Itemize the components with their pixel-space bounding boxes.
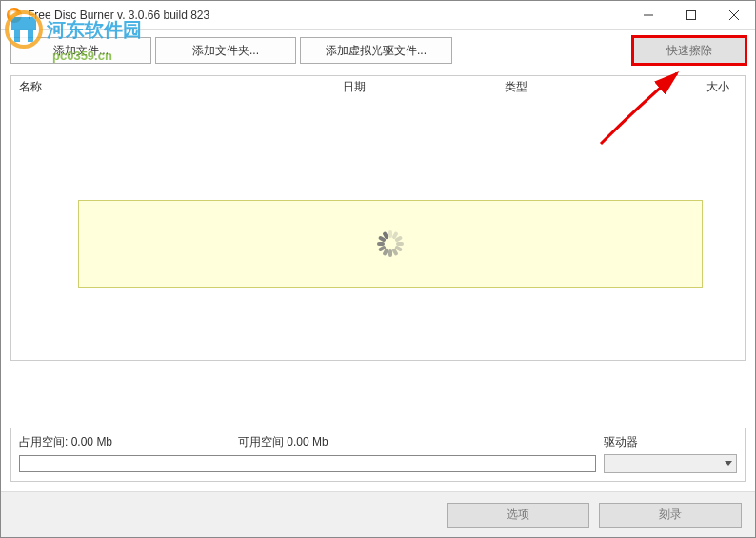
window-title: Free Disc Burner v. 3.0.66 build 823: [28, 9, 209, 22]
quick-erase-button[interactable]: 快速擦除: [633, 37, 746, 64]
drive-label: 驱动器: [604, 434, 737, 450]
column-type[interactable]: 类型: [497, 79, 630, 95]
add-files-button[interactable]: 添加文件...: [10, 37, 151, 64]
column-name[interactable]: 名称: [11, 79, 335, 95]
column-headers: 名称 日期 类型 大小: [11, 76, 745, 99]
drive-select[interactable]: [604, 454, 737, 473]
toolbar: 添加文件... 添加文件夹... 添加虚拟光驱文件... 快速擦除: [1, 30, 755, 71]
minimize-button[interactable]: [627, 1, 669, 30]
free-space-label: 可用空间 0.00 Mb: [238, 434, 328, 450]
space-info-panel: 占用空间: 0.00 Mb 可用空间 0.00 Mb 驱动器: [10, 428, 746, 482]
options-button[interactable]: 选项: [447, 503, 589, 528]
free-space-text: 可用空间: [238, 435, 284, 448]
loading-spinner-icon: [377, 230, 404, 257]
space-progress-bar: [19, 455, 596, 472]
free-space-value: 0.00 Mb: [287, 435, 328, 448]
used-space-text: 占用空间:: [19, 435, 68, 448]
footer: 选项 刻录: [1, 491, 755, 537]
app-icon: [7, 8, 22, 23]
burn-button[interactable]: 刻录: [599, 503, 742, 528]
column-size[interactable]: 大小: [630, 79, 745, 95]
file-list: 名称 日期 类型 大小: [10, 75, 746, 361]
chevron-down-icon: [725, 461, 732, 467]
close-button[interactable]: [712, 1, 755, 30]
maximize-button[interactable]: [669, 1, 712, 30]
add-folder-button[interactable]: 添加文件夹...: [155, 37, 296, 64]
column-date[interactable]: 日期: [335, 79, 497, 95]
svg-rect-1: [686, 10, 695, 19]
loading-banner: [78, 200, 703, 288]
used-space-label: 占用空间: 0.00 Mb: [19, 434, 238, 450]
used-space-value: 0.00 Mb: [71, 435, 112, 448]
add-virtual-drive-button[interactable]: 添加虚拟光驱文件...: [300, 37, 452, 64]
titlebar: Free Disc Burner v. 3.0.66 build 823: [1, 1, 755, 30]
